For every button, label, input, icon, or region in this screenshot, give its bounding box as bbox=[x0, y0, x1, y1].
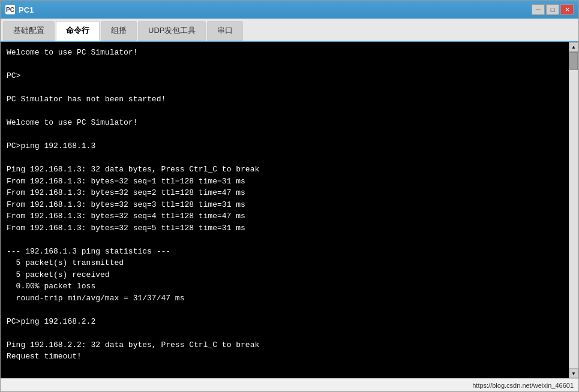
tab-udp-tool[interactable]: UDP发包工具 bbox=[138, 21, 206, 41]
terminal-output[interactable]: Welcome to use PC Simulator! PC> PC Simu… bbox=[1, 42, 578, 378]
tab-bar: 基础配置 命令行 组播 UDP发包工具 串口 bbox=[1, 19, 578, 42]
maximize-button[interactable]: □ bbox=[546, 4, 559, 15]
tab-command-line[interactable]: 命令行 bbox=[56, 21, 100, 41]
scroll-up-button[interactable]: ▲ bbox=[569, 42, 578, 52]
close-button[interactable]: ✕ bbox=[560, 4, 574, 15]
status-bar: https://blog.csdn.net/weixin_46601 bbox=[1, 378, 578, 391]
scroll-down-button[interactable]: ▼ bbox=[569, 369, 578, 378]
scrollbar[interactable]: ▲ ▼ bbox=[569, 42, 578, 378]
scroll-thumb[interactable] bbox=[569, 52, 578, 70]
minimize-button[interactable]: ─ bbox=[532, 4, 545, 15]
status-text: https://blog.csdn.net/weixin_46601 bbox=[472, 382, 574, 389]
terminal-container: Welcome to use PC Simulator! PC> PC Simu… bbox=[1, 42, 578, 378]
main-window: PC PC1 ─ □ ✕ 基础配置 命令行 组播 UDP发包工具 串口 Welc… bbox=[0, 0, 579, 392]
title-buttons: ─ □ ✕ bbox=[532, 4, 574, 15]
tab-serial[interactable]: 串口 bbox=[207, 21, 243, 41]
title-bar: PC PC1 ─ □ ✕ bbox=[1, 1, 578, 19]
tab-multicast[interactable]: 组播 bbox=[101, 21, 137, 41]
window-icon: PC bbox=[5, 5, 15, 14]
window-title: PC1 bbox=[19, 5, 34, 14]
title-bar-left: PC PC1 bbox=[5, 5, 34, 14]
scroll-track[interactable] bbox=[569, 52, 578, 368]
tab-basic-config[interactable]: 基础配置 bbox=[3, 21, 55, 41]
